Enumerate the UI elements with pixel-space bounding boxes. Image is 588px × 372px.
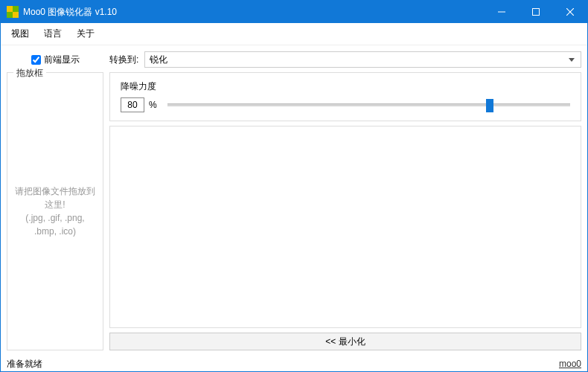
slider-thumb[interactable] [486, 99, 493, 112]
mid-row: 拖放框 请把图像文件拖放到这里! (.jpg, .gif, .png, .bmp… [7, 72, 581, 350]
front-show-container: 前端显示 [7, 54, 103, 66]
svg-rect-1 [13, 6, 19, 12]
status-text: 准备就绪 [7, 358, 42, 371]
app-window: Moo0 图像锐化器 v1.10 视图 语言 关于 前端显示 转换到: [0, 0, 588, 372]
dropzone[interactable]: 拖放框 请把图像文件拖放到这里! (.jpg, .gif, .png, .bmp… [7, 72, 103, 350]
status-link[interactable]: moo0 [559, 359, 581, 369]
menu-about[interactable]: 关于 [69, 25, 102, 43]
app-icon [7, 6, 19, 18]
convert-to-select[interactable]: 锐化 [144, 51, 581, 68]
dropzone-hint-line2: (.jpg, .gif, .png, .bmp, .ico) [15, 211, 95, 238]
dropzone-legend: 拖放框 [13, 67, 46, 80]
percent-label: % [149, 100, 157, 110]
minimize-panel-label: << 最小化 [325, 336, 365, 348]
menu-view[interactable]: 视图 [4, 25, 36, 43]
convert-row: 转换到: 锐化 [109, 51, 581, 68]
front-show-checkbox[interactable] [31, 55, 41, 65]
maximize-window-button[interactable] [519, 1, 553, 23]
convert-to-label: 转换到: [109, 54, 138, 66]
minimize-panel-button[interactable]: << 最小化 [109, 333, 581, 350]
front-show-label[interactable]: 前端显示 [44, 54, 80, 66]
slider-track [167, 104, 570, 106]
slider-value-input[interactable] [121, 97, 144, 112]
dropzone-hint-line1: 请把图像文件拖放到这里! [15, 185, 95, 211]
menubar: 视图 语言 关于 [1, 23, 587, 45]
slider-track-wrap[interactable] [167, 98, 570, 112]
svg-rect-0 [7, 6, 13, 12]
minimize-window-button[interactable] [485, 1, 519, 23]
slider-row: % [121, 97, 570, 112]
svg-rect-5 [533, 9, 540, 16]
titlebar: Moo0 图像锐化器 v1.10 [1, 1, 587, 23]
output-panel [109, 126, 581, 328]
right-column: 降噪力度 % << 最小化 [109, 72, 581, 350]
convert-selected-value: 锐化 [150, 54, 167, 66]
slider-panel: 降噪力度 % [109, 72, 581, 121]
menu-language[interactable]: 语言 [36, 25, 69, 43]
slider-title: 降噪力度 [121, 80, 570, 93]
content-area: 前端显示 转换到: 锐化 拖放框 请把图像文件拖放到这里! (.jpg, .gi… [1, 45, 587, 356]
close-window-button[interactable] [553, 1, 587, 23]
dropzone-hint: 请把图像文件拖放到这里! (.jpg, .gif, .png, .bmp, .i… [12, 185, 98, 238]
svg-rect-3 [13, 12, 19, 18]
window-controls [485, 1, 587, 23]
window-title: Moo0 图像锐化器 v1.10 [23, 6, 485, 19]
svg-rect-2 [7, 12, 13, 18]
top-row: 前端显示 转换到: 锐化 [7, 51, 581, 68]
statusbar: 准备就绪 moo0 [1, 356, 587, 371]
